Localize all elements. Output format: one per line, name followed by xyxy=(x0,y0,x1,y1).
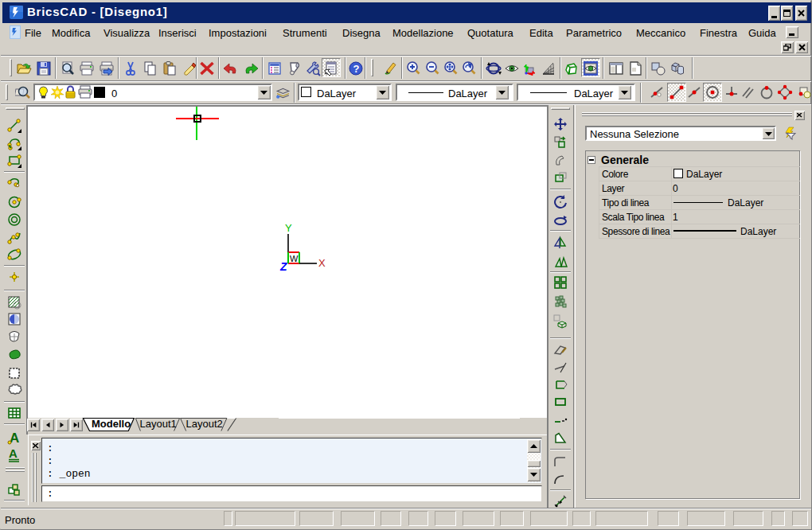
svg-text:A: A xyxy=(9,446,18,460)
svg-text:Y: Y xyxy=(285,222,292,234)
svg-text:Layout2: Layout2 xyxy=(186,418,223,430)
svg-text:X: X xyxy=(318,257,326,269)
svg-text:Modello: Modello xyxy=(92,418,131,430)
svg-text:Z: Z xyxy=(279,260,287,271)
svg-text:W: W xyxy=(290,254,299,263)
svg-text:Layout1: Layout1 xyxy=(140,418,177,430)
svg-text:?: ? xyxy=(353,63,360,75)
